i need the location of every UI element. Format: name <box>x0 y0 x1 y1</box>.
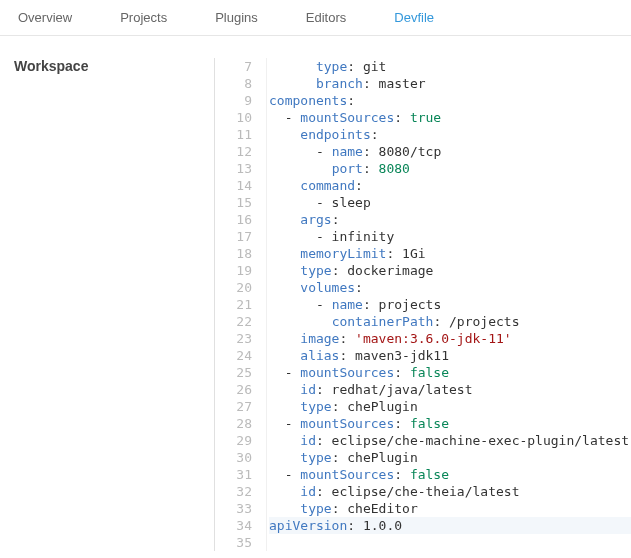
gutter-line: 31 <box>215 466 252 483</box>
gutter-line: 21 <box>215 296 252 313</box>
tab-overview[interactable]: Overview <box>18 10 72 25</box>
gutter-line: 28 <box>215 415 252 432</box>
gutter-line: 10 <box>215 109 252 126</box>
tab-projects[interactable]: Projects <box>120 10 167 25</box>
tab-editors[interactable]: Editors <box>306 10 346 25</box>
gutter-line: 22 <box>215 313 252 330</box>
code-line[interactable]: - name: projects <box>269 296 631 313</box>
gutter-line: 25 <box>215 364 252 381</box>
code-line[interactable]: type: chePlugin <box>269 398 631 415</box>
tab-devfile[interactable]: Devfile <box>394 10 434 25</box>
content: Workspace 789101112131415161718192021222… <box>0 36 631 551</box>
gutter-line: 18 <box>215 245 252 262</box>
gutter-line: 23 <box>215 330 252 347</box>
code-line[interactable]: args: <box>269 211 631 228</box>
code-line[interactable]: - mountSources: false <box>269 415 631 432</box>
devfile-editor[interactable]: 7891011121314151617181920212223242526272… <box>214 58 631 551</box>
editor-code[interactable]: type: git branch: mastercomponents: - mo… <box>267 58 631 551</box>
code-line[interactable]: id: eclipse/che-machine-exec-plugin/late… <box>269 432 631 449</box>
code-line[interactable]: - infinity <box>269 228 631 245</box>
code-line[interactable]: - mountSources: false <box>269 364 631 381</box>
code-line[interactable]: containerPath: /projects <box>269 313 631 330</box>
gutter-line: 11 <box>215 126 252 143</box>
code-line[interactable]: type: chePlugin <box>269 449 631 466</box>
code-line[interactable]: - mountSources: false <box>269 466 631 483</box>
gutter-line: 13 <box>215 160 252 177</box>
code-line[interactable]: endpoints: <box>269 126 631 143</box>
code-line[interactable]: id: eclipse/che-theia/latest <box>269 483 631 500</box>
code-line[interactable]: id: redhat/java/latest <box>269 381 631 398</box>
code-line[interactable]: type: git <box>269 58 631 75</box>
code-line[interactable]: branch: master <box>269 75 631 92</box>
gutter-line: 33 <box>215 500 252 517</box>
gutter-line: 29 <box>215 432 252 449</box>
gutter-line: 26 <box>215 381 252 398</box>
gutter-line: 27 <box>215 398 252 415</box>
gutter-line: 32 <box>215 483 252 500</box>
gutter-line: 30 <box>215 449 252 466</box>
gutter-line: 12 <box>215 143 252 160</box>
tab-bar: OverviewProjectsPluginsEditorsDevfile <box>0 0 631 36</box>
code-line[interactable]: type: dockerimage <box>269 262 631 279</box>
code-line[interactable]: - name: 8080/tcp <box>269 143 631 160</box>
gutter-line: 9 <box>215 92 252 109</box>
gutter-line: 17 <box>215 228 252 245</box>
gutter-line: 8 <box>215 75 252 92</box>
editor-gutter: 7891011121314151617181920212223242526272… <box>215 58 267 551</box>
code-line[interactable]: memoryLimit: 1Gi <box>269 245 631 262</box>
gutter-line: 35 <box>215 534 252 551</box>
tab-plugins[interactable]: Plugins <box>215 10 258 25</box>
code-line[interactable]: image: 'maven:3.6.0-jdk-11' <box>269 330 631 347</box>
code-line[interactable]: apiVersion: 1.0.0 <box>269 517 631 534</box>
code-line[interactable]: port: 8080 <box>269 160 631 177</box>
gutter-line: 19 <box>215 262 252 279</box>
code-line[interactable]: alias: maven3-jdk11 <box>269 347 631 364</box>
sidebar-title: Workspace <box>14 58 88 74</box>
code-line[interactable]: components: <box>269 92 631 109</box>
code-line[interactable]: command: <box>269 177 631 194</box>
gutter-line: 24 <box>215 347 252 364</box>
gutter-line: 34 <box>215 517 252 534</box>
code-line[interactable]: - mountSources: true <box>269 109 631 126</box>
gutter-line: 15 <box>215 194 252 211</box>
gutter-line: 16 <box>215 211 252 228</box>
gutter-line: 20 <box>215 279 252 296</box>
code-line[interactable]: volumes: <box>269 279 631 296</box>
code-line[interactable]: type: cheEditor <box>269 500 631 517</box>
sidebar: Workspace <box>0 58 214 551</box>
code-line[interactable]: - sleep <box>269 194 631 211</box>
gutter-line: 7 <box>215 58 252 75</box>
gutter-line: 14 <box>215 177 252 194</box>
